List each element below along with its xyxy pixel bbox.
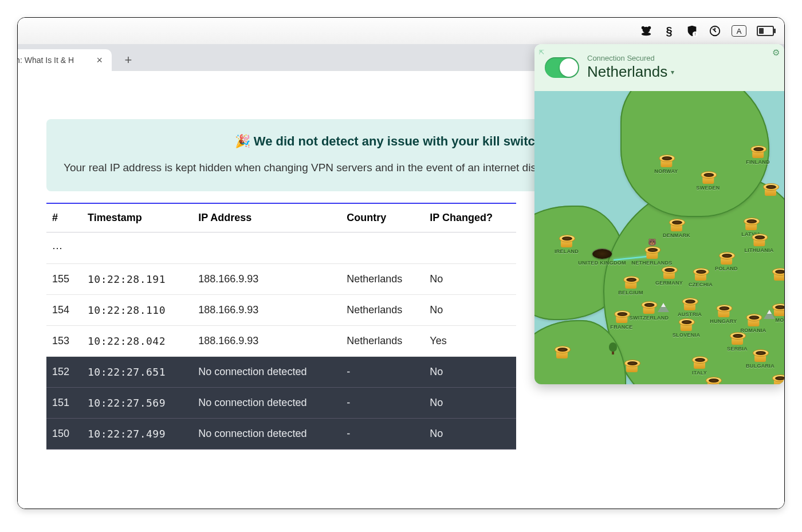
map-marker-serbia[interactable]: SERBIA — [727, 332, 748, 352]
svg-point-2 — [648, 26, 651, 30]
cell-changed: No — [424, 419, 516, 450]
table-row: 15010:22:27.499No connection detected-No — [46, 419, 516, 450]
map-marker-united-kingdom[interactable]: UNITED KINGDOM — [578, 249, 626, 266]
pipe-icon — [752, 234, 766, 246]
map-marker-slovenia[interactable]: SLOVENIA — [673, 318, 700, 338]
svg-text:!: ! — [694, 31, 695, 37]
cell-changed: No — [424, 388, 516, 419]
bear-icon: 🐻 — [648, 238, 656, 246]
map-marker-austria[interactable]: AUSTRIA — [678, 298, 702, 317]
cell-timestamp: 10:22:27.569 — [82, 388, 192, 419]
close-tab-icon[interactable]: × — [94, 54, 105, 66]
input-source-icon[interactable]: A — [732, 25, 746, 37]
pipe-icon — [746, 314, 761, 326]
cell-ip: 188.166.9.93 — [192, 295, 341, 326]
map-marker-unnamed[interactable] — [763, 183, 778, 196]
col-changed: IP Changed? — [424, 203, 516, 232]
map-marker-lithuania[interactable]: LITHUANIA — [744, 234, 773, 253]
map-marker-romania[interactable]: ROMANIA — [740, 314, 766, 333]
vpn-map[interactable]: NORWAYSWEDENFINLANDDENMARKLATVIALITHUANI… — [534, 91, 784, 384]
cell-ip: No connection detected — [192, 388, 341, 419]
cell-ip: 188.166.9.93 — [192, 326, 341, 357]
map-marker-italy[interactable]: ITALY — [692, 356, 707, 376]
minimize-icon[interactable]: ⇱ — [539, 49, 544, 56]
cell-index: 155 — [46, 264, 82, 295]
pipe-icon — [753, 349, 768, 362]
pipe-icon — [679, 318, 694, 331]
map-marker-unnamed[interactable] — [555, 346, 569, 358]
new-tab-button[interactable]: + — [120, 52, 137, 69]
pipe-icon — [716, 305, 731, 317]
map-marker-finland[interactable]: FINLAND — [746, 145, 770, 165]
col-ip: IP Address — [192, 203, 341, 232]
pipe-icon — [701, 171, 715, 184]
map-marker-czechia[interactable]: CZECHIA — [689, 268, 713, 287]
cell-changed: No — [424, 264, 516, 295]
map-marker-denmark[interactable]: DENMARK — [663, 219, 690, 238]
map-marker-bulgaria[interactable]: BULGARIA — [746, 349, 775, 369]
pipe-icon — [559, 235, 574, 247]
vpn-status: Connection Secured — [587, 54, 674, 62]
malwarebytes-menubar-icon[interactable]: ! — [686, 25, 698, 37]
cell-ip: 188.166.9.93 — [192, 264, 341, 295]
macos-menubar: § ! A — [18, 18, 784, 45]
cell-changed: No — [424, 295, 516, 326]
battery-icon[interactable] — [757, 26, 774, 36]
map-marker-norway[interactable]: NORWAY — [654, 155, 678, 174]
pipe-icon — [693, 268, 708, 281]
killswitch-log-table: # Timestamp IP Address Country IP Change… — [46, 203, 516, 450]
pipe-icon — [750, 145, 765, 158]
tunnel-origin-icon — [592, 249, 612, 259]
cell-ip: No connection detected — [192, 419, 341, 450]
map-marker-poland[interactable]: POLAND — [715, 252, 738, 271]
svg-point-1 — [642, 26, 645, 30]
section-menubar-icon[interactable]: § — [663, 25, 675, 37]
browser-tab[interactable]: witch: What Is It & H × — [17, 49, 112, 71]
pipe-icon — [772, 304, 784, 316]
vpn-toggle[interactable] — [545, 57, 579, 78]
map-marker-france[interactable]: FRANCE — [610, 310, 632, 330]
gear-icon[interactable]: ⚙ — [772, 48, 780, 58]
pipe-icon — [692, 356, 707, 369]
cell-timestamp: 10:22:27.499 — [82, 419, 192, 450]
map-marker-switzerland[interactable]: SWITZERLAND — [630, 301, 669, 321]
map-marker-ireland[interactable]: IRELAND — [555, 235, 579, 254]
map-marker-netherlands[interactable]: 🐻NETHERLANDS — [631, 246, 672, 266]
map-marker-germany[interactable]: GERMANY — [655, 266, 683, 286]
cell-index: 151 — [46, 388, 82, 419]
map-marker-unnamed[interactable] — [624, 360, 639, 372]
pipe-icon — [662, 266, 677, 279]
app-window: § ! A witch: What Is It & H × + 🎉 — [17, 17, 785, 509]
map-marker-unnamed[interactable] — [706, 377, 721, 384]
cell-timestamp: 10:22:28.042 — [82, 326, 192, 357]
tunnelbear-menubar-icon[interactable] — [640, 25, 652, 37]
table-row: 15410:22:28.110188.166.9.93NetherlandsNo — [46, 295, 516, 326]
pipe-icon — [772, 268, 784, 281]
pipe-icon — [659, 155, 674, 167]
table-row: 15210:22:27.651No connection detected-No — [46, 357, 516, 388]
col-country: Country — [341, 203, 424, 232]
map-marker-unnamed[interactable] — [772, 268, 784, 281]
map-marker-hungary[interactable]: HUNGARY — [710, 305, 737, 324]
pipe-icon — [669, 219, 684, 231]
map-marker-belgium[interactable]: BELGIUM — [618, 276, 643, 295]
table-row: 15310:22:28.042188.166.9.93NetherlandsYe… — [46, 326, 516, 357]
map-marker-sweden[interactable]: SWEDEN — [696, 171, 720, 191]
cell-timestamp: 10:22:27.651 — [82, 357, 192, 388]
cell-timestamp: 10:22:28.110 — [82, 295, 192, 326]
scroll-cut-indicator: ⋯ — [46, 232, 516, 264]
vpn-country-selector[interactable]: Netherlands▾ — [587, 63, 674, 81]
cell-index: 152 — [46, 357, 82, 388]
pipe-icon — [623, 276, 638, 289]
cell-timestamp: 10:22:28.191 — [82, 264, 192, 295]
pipe-icon — [624, 360, 639, 372]
map-marker-mo[interactable]: MO — [772, 304, 784, 323]
cell-country: Netherlands — [341, 264, 424, 295]
pipe-icon — [730, 332, 745, 345]
connection-menubar-icon[interactable] — [709, 25, 721, 37]
pipe-icon — [706, 377, 721, 384]
pipe-icon — [644, 246, 659, 259]
pipe-icon — [614, 310, 629, 323]
pipe-icon — [555, 346, 569, 358]
table-row: 15110:22:27.569No connection detected-No — [46, 388, 516, 419]
